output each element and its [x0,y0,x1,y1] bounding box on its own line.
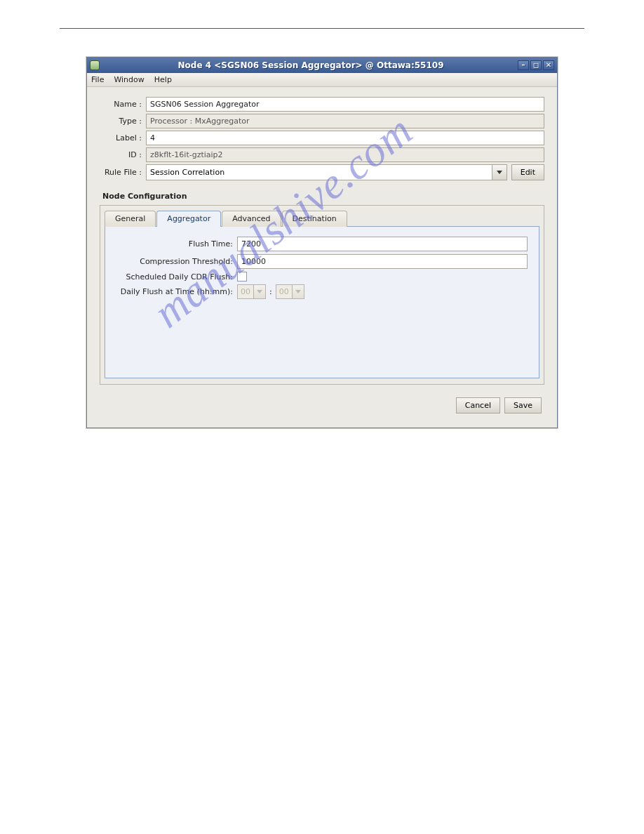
dialog-window: Node 4 <SGSN06 Session Aggregator> @ Ott… [86,57,558,428]
menu-window[interactable]: Window [114,75,144,84]
name-label: Name : [100,100,146,109]
tab-advanced[interactable]: Advanced [222,211,281,227]
type-label: Type : [100,117,146,126]
label-input[interactable] [146,131,544,145]
compression-threshold-label: Compression Threshold: [116,257,237,266]
rulefile-label: Rule File : [100,168,146,177]
id-input [146,147,544,162]
titlebar[interactable]: Node 4 <SGSN06 Session Aggregator> @ Ott… [87,58,557,73]
scheduled-flush-checkbox[interactable] [237,272,247,282]
name-input[interactable] [146,97,544,112]
minute-dropdown-icon[interactable] [293,284,304,299]
chevron-down-icon [257,290,262,293]
label-label: Label : [100,133,146,143]
config-panel: General Aggregator Advanced Destination … [100,205,544,385]
tab-body-aggregator: Flush Time: Compression Threshold: Sched… [105,226,539,378]
compression-threshold-input[interactable] [237,254,528,269]
minute-value: 00 [276,284,293,299]
cancel-button[interactable]: Cancel [456,397,500,413]
flush-time-input[interactable] [237,237,528,251]
close-button[interactable]: ✕ [543,60,554,70]
tab-destination[interactable]: Destination [282,211,347,227]
node-config-title: Node Configuration [102,192,544,201]
app-icon [90,60,100,70]
flush-time-label: Flush Time: [116,239,237,249]
menu-help[interactable]: Help [154,75,172,84]
menubar: File Window Help [87,73,557,87]
daily-flush-time-label: Daily Flush at Time (hh:mm): [116,287,237,296]
type-input [146,114,544,128]
maximize-button[interactable]: ◻ [530,60,542,70]
minute-spinner[interactable]: 00 [276,284,304,299]
time-colon: : [266,287,276,296]
rulefile-dropdown-icon[interactable] [492,164,507,180]
id-label: ID : [100,150,146,159]
save-button[interactable]: Save [504,397,542,413]
content-area: Name : Type : Label : ID : Rule File : S… [87,87,557,428]
tab-aggregator[interactable]: Aggregator [156,211,221,227]
edit-button[interactable]: Edit [511,164,544,180]
page-divider [60,28,584,29]
minimize-button[interactable]: – [518,60,529,70]
rulefile-value: Session Correlation [146,164,492,180]
menu-file[interactable]: File [91,75,104,84]
window-title: Node 4 <SGSN06 Session Aggregator> @ Ott… [104,60,518,70]
chevron-down-icon [295,290,301,293]
hour-spinner[interactable]: 00 [237,284,266,299]
chevron-down-icon [497,171,502,174]
rulefile-combo[interactable]: Session Correlation [146,164,507,180]
scheduled-flush-label: Scheduled Daily CDR Flush: [116,272,237,282]
tab-general[interactable]: General [105,211,156,227]
footer-buttons: Cancel Save [100,385,544,415]
hour-dropdown-icon[interactable] [254,284,266,299]
tab-strip: General Aggregator Advanced Destination [100,206,544,226]
hour-value: 00 [237,284,254,299]
